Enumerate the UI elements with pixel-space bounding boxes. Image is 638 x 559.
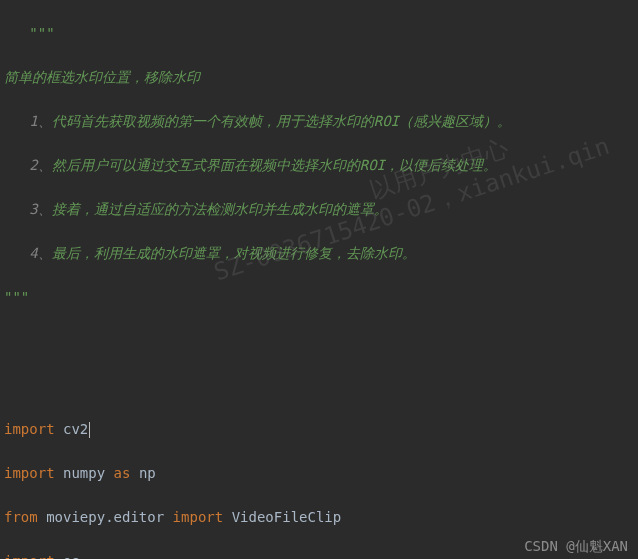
step-2: 然后用户可以通过交互式界面在视频中选择水印的ROI，以便后续处理。 bbox=[52, 157, 497, 173]
code-editor[interactable]: """ 简单的框选水印位置，移除水印 1、代码首先获取视频的第一个有效帧，用于选… bbox=[0, 0, 638, 559]
import-kw: import bbox=[4, 421, 55, 437]
import-cv2: cv2 bbox=[63, 421, 88, 437]
import-videoclip: VideoFileClip bbox=[232, 509, 342, 525]
step-3: 接着，通过自适应的方法检测水印并生成水印的遮罩。 bbox=[52, 201, 388, 217]
from-kw: from bbox=[4, 509, 38, 525]
step-1: 代码首先获取视频的第一个有效帧，用于选择水印的ROI（感兴趣区域）。 bbox=[52, 113, 511, 129]
import-kw: import bbox=[4, 553, 55, 559]
text-cursor bbox=[89, 422, 90, 438]
docstring-close: """ bbox=[4, 289, 29, 305]
step-4: 最后，利用生成的水印遮罩，对视频进行修复，去除水印。 bbox=[52, 245, 416, 261]
import-kw: import bbox=[173, 509, 224, 525]
as-kw: as bbox=[114, 465, 131, 481]
import-os: os bbox=[63, 553, 80, 559]
import-moviepy: moviepy.editor bbox=[46, 509, 164, 525]
step-num-3: 3、 bbox=[29, 201, 51, 217]
step-num-1: 1、 bbox=[29, 113, 51, 129]
step-num-4: 4、 bbox=[29, 245, 51, 261]
docstring-intro: 简单的框选水印位置，移除水印 bbox=[4, 66, 634, 88]
import-kw: import bbox=[4, 465, 55, 481]
step-num-2: 2、 bbox=[29, 157, 51, 173]
import-numpy: numpy bbox=[63, 465, 105, 481]
alias-np: np bbox=[139, 465, 156, 481]
docstring-quote: """ bbox=[4, 25, 55, 41]
